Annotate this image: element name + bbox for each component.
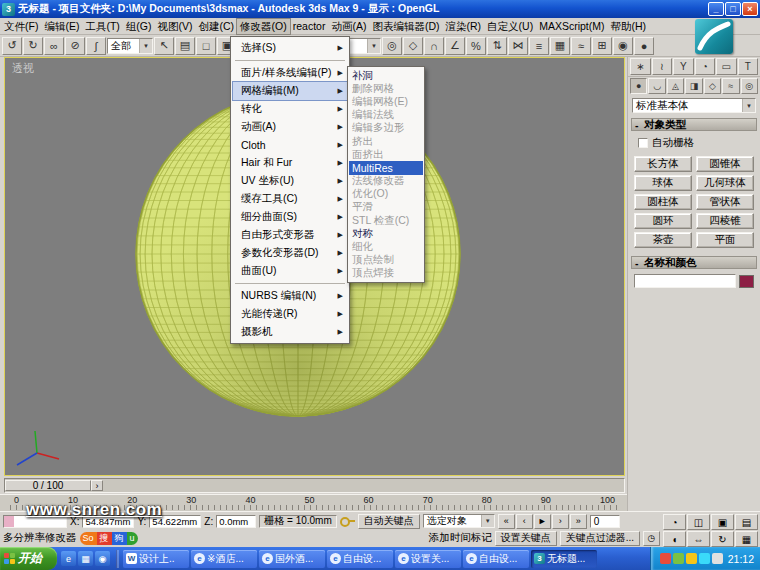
select-object-icon[interactable]: ↖ <box>154 37 174 55</box>
modifiers-menu-item[interactable]: 自由形式变形器 ▶ <box>233 226 347 244</box>
modifiers-menu-item[interactable]: 摄影机 ▶ <box>233 323 347 341</box>
display-tab-icon[interactable]: ▭ <box>716 58 737 75</box>
taskbar-task[interactable]: W 设计上.. <box>123 550 189 568</box>
modifiers-menu-item[interactable]: Cloth ▶ <box>233 136 347 154</box>
time-slider[interactable]: 0 / 100 › <box>4 478 625 493</box>
modifiers-menu-item[interactable]: 曲面(U) ▶ <box>233 262 347 280</box>
time-tag[interactable]: 添加时间标记 <box>429 531 492 545</box>
shapes-category-icon[interactable]: ◡ <box>648 78 665 94</box>
ie-quick-launch-icon[interactable]: e <box>61 551 76 566</box>
time-slider-handle[interactable]: 0 / 100 <box>5 480 91 491</box>
menubar-item[interactable]: 帮助(H) <box>608 19 650 34</box>
time-config-button[interactable]: ◷ <box>643 531 660 546</box>
modifiers-menu-item[interactable]: 光能传递(R) ▶ <box>233 305 347 323</box>
submenu-item[interactable]: 编辑法线 <box>349 109 423 122</box>
ime-bar[interactable]: So搜狗u <box>80 532 138 545</box>
menubar-item[interactable]: reactor <box>290 19 329 34</box>
submenu-item[interactable]: 法线修改器 <box>349 175 423 188</box>
percent-snap-icon[interactable]: % <box>466 37 486 55</box>
modifiers-menu-item[interactable]: NURBS 编辑(N) ▶ <box>233 287 347 305</box>
next-frame-icon[interactable]: › <box>552 514 569 529</box>
render-scene-icon[interactable]: ● <box>634 37 654 55</box>
angle-snap-icon[interactable]: ∠ <box>445 37 465 55</box>
layer-manager-icon[interactable]: ▦ <box>550 37 570 55</box>
tray-icon[interactable] <box>673 553 684 564</box>
use-pivot-center-icon[interactable]: ◎ <box>382 37 402 55</box>
menubar-item[interactable]: 图表编辑器(D) <box>369 19 442 34</box>
current-frame-field[interactable]: 0 <box>590 515 620 528</box>
modifiers-menu-item[interactable]: 参数化变形器(D) ▶ <box>233 244 347 262</box>
rectangular-selection-icon[interactable]: □ <box>196 37 216 55</box>
object-type-button[interactable]: 长方体 <box>634 156 692 172</box>
submenu-item[interactable]: 编辑网格(E) <box>349 95 423 108</box>
taskbar-task[interactable]: 3 无标题... <box>531 550 597 568</box>
select-by-name-icon[interactable]: ▤ <box>175 37 195 55</box>
motion-tab-icon[interactable]: ◔ <box>695 58 716 75</box>
object-type-button[interactable]: 几何球体 <box>696 175 754 191</box>
menubar-item[interactable]: 编辑(E) <box>41 19 82 34</box>
menubar-item[interactable]: 渲染(R) <box>443 19 485 34</box>
submenu-item[interactable]: 顶点焊接 <box>349 267 423 280</box>
tray-icon[interactable] <box>660 553 671 564</box>
object-color-swatch[interactable] <box>739 275 754 288</box>
maximize-button[interactable]: □ <box>725 2 741 16</box>
submenu-item[interactable]: 平滑 <box>349 201 423 214</box>
modifiers-menu-item[interactable]: 细分曲面(S) ▶ <box>233 208 347 226</box>
systems-category-icon[interactable]: ◎ <box>741 78 758 94</box>
align-icon[interactable]: ≡ <box>529 37 549 55</box>
maximize-viewport-icon[interactable]: ▦ <box>735 531 758 547</box>
taskbar-task[interactable]: e ※酒店... <box>191 550 257 568</box>
ime-segment[interactable]: u <box>127 532 138 545</box>
modifiers-menu-item[interactable]: ▶ <box>235 283 345 284</box>
modifiers-menu-item[interactable]: UV 坐标(U) ▶ <box>233 172 347 190</box>
selection-filter-dropdown[interactable]: 全部 ▼ <box>107 38 153 54</box>
lights-category-icon[interactable]: ◬ <box>667 78 684 94</box>
ime-segment[interactable]: 搜 <box>97 532 112 545</box>
helpers-category-icon[interactable]: ◇ <box>704 78 721 94</box>
previous-frame-icon[interactable]: ‹ <box>516 514 533 529</box>
material-editor-icon[interactable]: ◉ <box>613 37 633 55</box>
taskbar-task[interactable]: e 自由设... <box>327 550 393 568</box>
modifiers-menu-item[interactable]: 动画(A) ▶ <box>233 118 347 136</box>
object-class-dropdown[interactable]: 标准基本体 ▼ <box>632 98 756 113</box>
ime-segment[interactable]: 狗 <box>112 532 127 545</box>
object-type-button[interactable]: 球体 <box>634 175 692 191</box>
submenu-item[interactable]: STL 检查(C) <box>349 214 423 227</box>
modifiers-menu-item[interactable]: 面片/样条线编辑(P) ▶ <box>233 64 347 82</box>
tray-icon[interactable] <box>686 553 697 564</box>
minimize-button[interactable]: _ <box>708 2 724 16</box>
zoom-all-icon[interactable]: ◫ <box>687 514 710 530</box>
snap-toggle-icon[interactable]: ∩ <box>424 37 444 55</box>
unlink-selection-icon[interactable]: ⊘ <box>65 37 85 55</box>
viewport-label[interactable]: 透视 <box>12 61 34 76</box>
object-type-button[interactable]: 平面 <box>696 232 754 248</box>
object-name-input[interactable] <box>634 274 736 288</box>
cameras-category-icon[interactable]: ◨ <box>685 78 702 94</box>
submenu-item[interactable]: 对称 <box>349 227 423 240</box>
redo-icon[interactable]: ↻ <box>23 37 43 55</box>
auto-key-button[interactable]: 自动关键点 <box>358 514 420 529</box>
menubar-item[interactable]: 动画(A) <box>328 19 369 34</box>
media-player-icon[interactable]: ◉ <box>95 551 110 566</box>
undo-icon[interactable]: ↺ <box>2 37 22 55</box>
menubar-item[interactable]: MAXScript(M) <box>536 19 607 34</box>
mirror-icon[interactable]: ⋈ <box>508 37 528 55</box>
menubar-item[interactable]: 文件(F) <box>1 19 41 34</box>
modifiers-menu-item[interactable]: ▶ <box>235 60 345 61</box>
menubar-item[interactable]: 组(G) <box>123 19 155 34</box>
bind-to-space-warp-icon[interactable]: ∫ <box>86 37 106 55</box>
submenu-item[interactable]: 优化(O) <box>349 188 423 201</box>
object-type-rollout-header[interactable]: - 对象类型 <box>631 118 757 131</box>
tray-icon[interactable] <box>712 553 723 564</box>
submenu-item[interactable]: 面挤出 <box>349 148 423 161</box>
selection-set-dropdown[interactable]: 选定对象 ▼ <box>423 514 495 528</box>
modifiers-menu-item[interactable]: Hair 和 Fur ▶ <box>233 154 347 172</box>
submenu-item[interactable]: 顶点绘制 <box>349 254 423 267</box>
go-to-end-icon[interactable]: » <box>570 514 587 529</box>
zoom-extents-all-icon[interactable]: ▤ <box>735 514 758 530</box>
close-button[interactable]: × <box>742 2 758 16</box>
play-icon[interactable]: ► <box>534 514 551 529</box>
create-tab-icon[interactable]: ∗ <box>630 58 651 75</box>
submenu-item[interactable]: 细化 <box>349 240 423 253</box>
time-slider-next-button[interactable]: › <box>91 480 103 491</box>
